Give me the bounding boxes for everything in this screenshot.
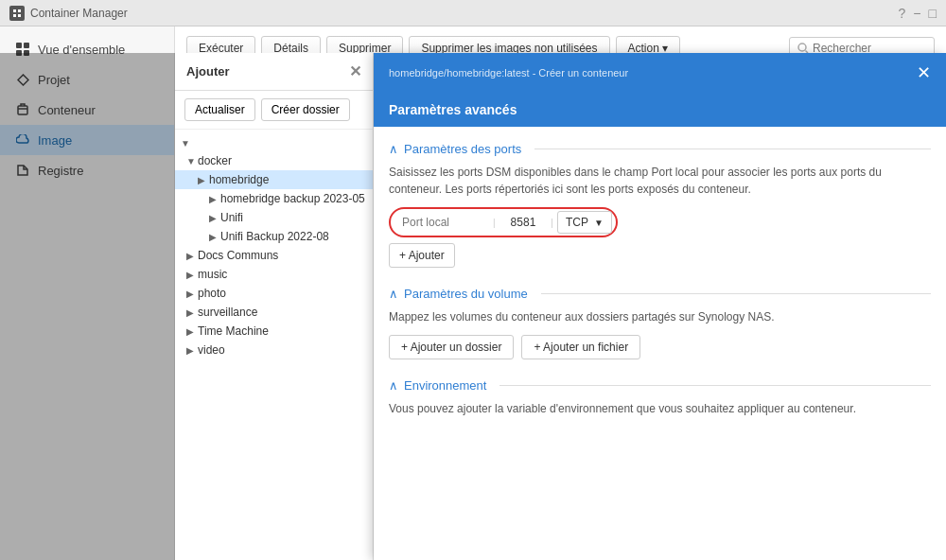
svg-rect-3 bbox=[18, 14, 21, 17]
dialog-blue-bar: Paramètres avancés bbox=[374, 93, 946, 127]
chevron-up-icon-env: ∧ bbox=[389, 378, 398, 393]
add-panel-header: Ajouter ✕ bbox=[175, 53, 373, 91]
add-panel-toolbar: Actualiser Créer dossier bbox=[175, 91, 373, 130]
tree-root[interactable]: ▼ bbox=[175, 135, 373, 151]
ports-description: Saisissez les ports DSM disponibles dans… bbox=[389, 164, 931, 198]
tree-item-label: Docs Communs bbox=[198, 249, 373, 262]
svg-point-9 bbox=[798, 44, 806, 51]
section-divider bbox=[534, 149, 931, 149]
create-folder-button[interactable]: Créer dossier bbox=[261, 98, 350, 121]
tree-item-docker[interactable]: ▼ docker bbox=[175, 151, 373, 170]
tree-arrow-surveillance: ▶ bbox=[186, 307, 198, 318]
tree-arrow-unifi: ▶ bbox=[209, 213, 220, 223]
dialog-close-button[interactable]: ✕ bbox=[917, 62, 931, 83]
ports-section-title: Paramètres des ports bbox=[404, 142, 521, 156]
advanced-settings-dialog: homebridge/homebridge:latest - Créer un … bbox=[374, 53, 946, 560]
tree-item-video[interactable]: ▶ video bbox=[175, 341, 373, 359]
tree-item-unifi-backup[interactable]: ▶ Unifi Backup 2022-08 bbox=[175, 227, 373, 246]
tree-item-photo[interactable]: ▶ photo bbox=[175, 284, 373, 303]
volume-button-group: + Ajouter un dossier + Ajouter un fichie… bbox=[389, 335, 931, 359]
tree-arrow-time-machine: ▶ bbox=[186, 326, 198, 337]
svg-rect-4 bbox=[16, 43, 22, 48]
tree-arrow-root: ▼ bbox=[181, 138, 192, 149]
separator: | bbox=[493, 218, 496, 228]
env-section: ∧ Environnement Vous pouvez ajouter la v… bbox=[389, 378, 931, 417]
titlebar: Container Manager ? − □ bbox=[0, 0, 946, 26]
tree-item-label: Unifi bbox=[220, 211, 373, 224]
tree-item-label: docker bbox=[198, 154, 373, 167]
dialog-header-text: homebridge/homebridge:latest - Créer un … bbox=[389, 67, 628, 79]
help-button[interactable]: ? bbox=[899, 6, 906, 21]
env-description: Vous pouvez ajouter la variable d'enviro… bbox=[389, 400, 931, 417]
tree-item-time-machine[interactable]: ▶ Time Machine bbox=[175, 322, 373, 341]
tree-item-homebridge-backup[interactable]: ▶ homebridge backup 2023-05 bbox=[175, 189, 373, 208]
env-section-header: ∧ Environnement bbox=[389, 378, 931, 393]
add-file-button[interactable]: + Ajouter un fichier bbox=[521, 335, 640, 359]
dialog-main-title: Paramètres avancés bbox=[389, 102, 931, 117]
chevron-down-icon: ▼ bbox=[594, 218, 604, 228]
tree-arrow-homebridge: ▶ bbox=[198, 175, 209, 185]
app-title: Container Manager bbox=[30, 7, 128, 20]
tree-arrow-video: ▶ bbox=[186, 345, 198, 356]
tree-arrow-music: ▶ bbox=[186, 270, 198, 280]
maximize-button[interactable]: □ bbox=[929, 6, 937, 21]
add-panel: Ajouter ✕ Actualiser Créer dossier ▼ ▼ d… bbox=[175, 53, 374, 560]
tree-arrow-docker: ▼ bbox=[186, 156, 198, 166]
ports-section: ∧ Paramètres des ports Saisissez les por… bbox=[389, 142, 931, 268]
add-port-button[interactable]: + Ajouter bbox=[389, 243, 455, 268]
dialog-header: homebridge/homebridge:latest - Créer un … bbox=[374, 53, 946, 93]
protocol-select[interactable]: TCP UDP bbox=[566, 216, 590, 229]
tree-item-label: Time Machine bbox=[198, 324, 373, 338]
volume-section: ∧ Paramètres du volume Mappez les volume… bbox=[389, 287, 931, 359]
port-input-wrap: | 8581 | TCP UDP ▼ bbox=[389, 207, 618, 237]
minimize-button[interactable]: − bbox=[913, 6, 920, 21]
ports-section-header: ∧ Paramètres des ports bbox=[389, 142, 931, 156]
add-panel-title: Ajouter bbox=[186, 64, 230, 79]
dialog-content: ∧ Paramètres des ports Saisissez les por… bbox=[374, 127, 946, 560]
tree-item-unifi[interactable]: ▶ Unifi bbox=[175, 208, 373, 227]
section-divider-env bbox=[499, 385, 931, 386]
folder-tree: ▼ ▼ docker ▶ homebridge ▶ homebridge bac… bbox=[175, 130, 373, 560]
tree-item-homebridge[interactable]: ▶ homebridge bbox=[175, 170, 373, 189]
volume-description: Mappez les volumes du conteneur aux doss… bbox=[389, 308, 931, 325]
section-divider-volume bbox=[541, 293, 931, 294]
dialog-subtitle: homebridge/homebridge:latest - Créer un … bbox=[389, 67, 628, 79]
chevron-up-icon: ∧ bbox=[389, 142, 398, 156]
port-local-input[interactable] bbox=[394, 212, 489, 233]
tree-arrow-docs: ▶ bbox=[186, 251, 198, 261]
tree-arrow-photo: ▶ bbox=[186, 289, 198, 299]
app-body: Vue d'ensemble Projet Conteneur bbox=[0, 26, 946, 560]
svg-rect-2 bbox=[13, 14, 16, 17]
chevron-up-icon-volume: ∧ bbox=[389, 287, 398, 301]
add-panel-close-button[interactable]: ✕ bbox=[349, 62, 361, 80]
tree-item-label: Unifi Backup 2022-08 bbox=[220, 230, 373, 243]
port-row: | 8581 | TCP UDP ▼ bbox=[389, 207, 931, 237]
volume-section-header: ∧ Paramètres du volume bbox=[389, 287, 931, 301]
tree-arrow-unifi-backup: ▶ bbox=[209, 232, 220, 242]
svg-rect-5 bbox=[24, 43, 29, 48]
window-controls: ? − □ bbox=[899, 6, 937, 21]
refresh-button[interactable]: Actualiser bbox=[184, 98, 255, 121]
protocol-select-wrap: TCP UDP ▼ bbox=[557, 211, 612, 234]
tree-item-label: music bbox=[198, 268, 373, 281]
env-section-title: Environnement bbox=[404, 378, 486, 393]
tree-item-label: homebridge bbox=[209, 173, 373, 186]
tree-item-docs[interactable]: ▶ Docs Communs bbox=[175, 246, 373, 265]
app-icon bbox=[9, 6, 25, 21]
tree-item-label: homebridge backup 2023-05 bbox=[220, 192, 373, 205]
add-folder-button[interactable]: + Ajouter un dossier bbox=[389, 335, 514, 359]
modal-overlay: Ajouter ✕ Actualiser Créer dossier ▼ ▼ d… bbox=[0, 53, 946, 560]
tree-item-surveillance[interactable]: ▶ surveillance bbox=[175, 303, 373, 322]
separator2: | bbox=[551, 218, 553, 228]
svg-rect-0 bbox=[13, 9, 16, 12]
tree-item-label: photo bbox=[198, 287, 373, 300]
tree-item-label: video bbox=[198, 343, 373, 357]
port-value: 8581 bbox=[499, 212, 548, 233]
volume-section-title: Paramètres du volume bbox=[404, 287, 528, 301]
tree-item-label: surveillance bbox=[198, 306, 373, 319]
tree-arrow-homebridge-backup: ▶ bbox=[209, 194, 220, 204]
svg-rect-1 bbox=[18, 9, 21, 12]
tree-item-music[interactable]: ▶ music bbox=[175, 265, 373, 284]
